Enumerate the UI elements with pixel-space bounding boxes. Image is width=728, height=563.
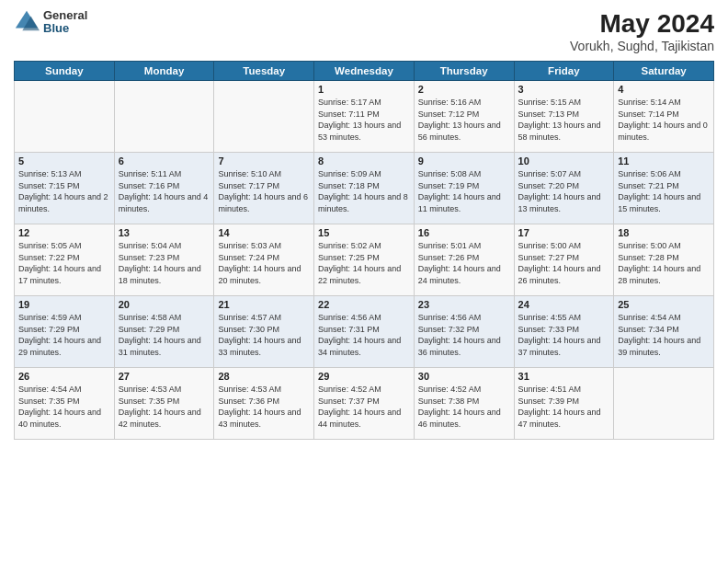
cell-content: Sunrise: 4:59 AMSunset: 7:29 PMDaylight:… xyxy=(18,312,110,358)
cell-content: Sunrise: 4:53 AMSunset: 7:36 PMDaylight:… xyxy=(218,384,310,430)
calendar-cell: 1Sunrise: 5:17 AMSunset: 7:11 PMDaylight… xyxy=(314,81,415,153)
cell-content: Sunrise: 4:55 AMSunset: 7:33 PMDaylight:… xyxy=(518,312,610,358)
day-number: 4 xyxy=(618,84,710,95)
cell-line: Sunrise: 5:16 AM xyxy=(418,98,482,107)
calendar-cell: 29Sunrise: 4:52 AMSunset: 7:37 PMDayligh… xyxy=(314,368,415,440)
day-number: 23 xyxy=(418,299,510,310)
cell-line: Daylight: 14 hours and 31 minutes. xyxy=(119,336,201,357)
cell-line: Sunrise: 4:52 AM xyxy=(318,385,381,394)
cell-line: Sunrise: 5:08 AM xyxy=(418,169,482,178)
calendar-cell: 9Sunrise: 5:08 AMSunset: 7:19 PMDaylight… xyxy=(414,153,514,224)
cell-line: Sunset: 7:29 PM xyxy=(18,325,80,334)
calendar-cell: 21Sunrise: 4:57 AMSunset: 7:30 PMDayligh… xyxy=(214,296,314,368)
cell-content: Sunrise: 5:02 AMSunset: 7:25 PMDaylight:… xyxy=(318,240,410,286)
cell-line: Sunset: 7:32 PM xyxy=(418,325,480,334)
calendar-cell: 3Sunrise: 5:15 AMSunset: 7:13 PMDaylight… xyxy=(514,81,614,153)
cell-content: Sunrise: 4:51 AMSunset: 7:39 PMDaylight:… xyxy=(518,384,610,430)
cell-line: Sunrise: 5:15 AM xyxy=(518,98,582,107)
day-header-friday: Friday xyxy=(514,62,614,81)
cell-line: Sunrise: 5:11 AM xyxy=(119,169,182,178)
cell-line: Sunrise: 4:57 AM xyxy=(218,313,281,322)
cell-content: Sunrise: 4:54 AMSunset: 7:34 PMDaylight:… xyxy=(618,312,710,358)
day-number: 17 xyxy=(518,227,610,238)
calendar-cell xyxy=(114,81,214,153)
calendar-cell xyxy=(214,81,314,153)
day-number: 28 xyxy=(218,371,310,382)
cell-line: Sunset: 7:19 PM xyxy=(418,181,480,190)
day-number: 11 xyxy=(618,155,710,167)
cell-content: Sunrise: 4:56 AMSunset: 7:31 PMDaylight:… xyxy=(318,312,410,358)
cell-line: Sunrise: 4:56 AM xyxy=(418,313,482,322)
cell-line: Sunset: 7:17 PM xyxy=(218,181,279,190)
calendar-cell: 6Sunrise: 5:11 AMSunset: 7:16 PMDaylight… xyxy=(114,153,214,224)
cell-content: Sunrise: 5:14 AMSunset: 7:14 PMDaylight:… xyxy=(618,97,710,143)
calendar-cell: 15Sunrise: 5:02 AMSunset: 7:25 PMDayligh… xyxy=(314,224,415,296)
cell-line: Sunset: 7:35 PM xyxy=(119,396,180,406)
logo-icon xyxy=(14,9,40,35)
day-number: 20 xyxy=(119,299,210,310)
cell-content: Sunrise: 5:03 AMSunset: 7:24 PMDaylight:… xyxy=(218,240,310,286)
cell-line: Sunset: 7:31 PM xyxy=(318,325,380,334)
cell-line: Sunset: 7:38 PM xyxy=(418,396,480,406)
cell-content: Sunrise: 5:07 AMSunset: 7:20 PMDaylight:… xyxy=(518,168,610,214)
day-number: 15 xyxy=(318,227,410,238)
cell-content: Sunrise: 4:53 AMSunset: 7:35 PMDaylight:… xyxy=(119,384,210,430)
cell-content: Sunrise: 5:01 AMSunset: 7:26 PMDaylight:… xyxy=(418,240,510,286)
day-header-tuesday: Tuesday xyxy=(214,62,314,81)
cell-line: Daylight: 14 hours and 29 minutes. xyxy=(18,336,101,357)
cell-content: Sunrise: 5:00 AMSunset: 7:27 PMDaylight:… xyxy=(518,240,610,286)
cell-line: Daylight: 13 hours and 53 minutes. xyxy=(318,121,401,142)
cell-line: Daylight: 14 hours and 36 minutes. xyxy=(418,336,501,357)
cell-line: Daylight: 14 hours and 0 minutes. xyxy=(618,121,708,142)
cell-content: Sunrise: 5:10 AMSunset: 7:17 PMDaylight:… xyxy=(218,168,310,214)
logo-blue-text: Blue xyxy=(43,22,87,35)
cell-line: Daylight: 14 hours and 17 minutes. xyxy=(18,264,101,285)
cell-content: Sunrise: 5:11 AMSunset: 7:16 PMDaylight:… xyxy=(119,168,210,214)
cell-content: Sunrise: 5:17 AMSunset: 7:11 PMDaylight:… xyxy=(318,97,410,143)
cell-line: Daylight: 14 hours and 15 minutes. xyxy=(618,192,700,213)
calendar-cell: 7Sunrise: 5:10 AMSunset: 7:17 PMDaylight… xyxy=(214,153,314,224)
cell-line: Sunset: 7:14 PM xyxy=(618,109,679,119)
calendar-cell: 2Sunrise: 5:16 AMSunset: 7:12 PMDaylight… xyxy=(414,81,514,153)
cell-line: Daylight: 14 hours and 42 minutes. xyxy=(119,408,201,429)
calendar-cell: 14Sunrise: 5:03 AMSunset: 7:24 PMDayligh… xyxy=(214,224,314,296)
cell-line: Sunrise: 5:13 AM xyxy=(18,169,82,178)
cell-line: Sunset: 7:16 PM xyxy=(119,181,180,190)
cell-line: Sunrise: 4:54 AM xyxy=(18,385,82,394)
day-header-monday: Monday xyxy=(114,62,214,81)
calendar-cell: 26Sunrise: 4:54 AMSunset: 7:35 PMDayligh… xyxy=(15,368,115,440)
cell-line: Daylight: 13 hours and 58 minutes. xyxy=(518,121,601,142)
cell-line: Daylight: 14 hours and 28 minutes. xyxy=(618,264,700,285)
cell-line: Sunrise: 4:52 AM xyxy=(418,385,482,394)
cell-line: Sunset: 7:33 PM xyxy=(518,325,580,334)
calendar-cell: 20Sunrise: 4:58 AMSunset: 7:29 PMDayligh… xyxy=(114,296,214,368)
cell-line: Daylight: 14 hours and 37 minutes. xyxy=(518,336,601,357)
cell-line: Sunrise: 5:14 AM xyxy=(618,98,681,107)
cell-line: Sunset: 7:13 PM xyxy=(518,109,580,119)
cell-line: Sunrise: 5:01 AM xyxy=(418,241,482,250)
day-number: 25 xyxy=(618,299,710,310)
cell-line: Sunrise: 4:53 AM xyxy=(218,385,281,394)
day-number: 24 xyxy=(518,299,610,310)
cell-line: Sunset: 7:29 PM xyxy=(119,325,180,334)
calendar-cell xyxy=(15,81,115,153)
day-header-sunday: Sunday xyxy=(15,62,115,81)
day-number: 2 xyxy=(418,84,510,95)
calendar-cell: 11Sunrise: 5:06 AMSunset: 7:21 PMDayligh… xyxy=(614,153,714,224)
cell-line: Sunset: 7:22 PM xyxy=(18,253,80,262)
day-header-saturday: Saturday xyxy=(614,62,714,81)
cell-line: Daylight: 14 hours and 40 minutes. xyxy=(18,408,101,429)
day-number: 7 xyxy=(218,155,310,167)
cell-line: Sunset: 7:39 PM xyxy=(518,396,580,406)
cell-line: Daylight: 13 hours and 56 minutes. xyxy=(418,121,501,142)
cell-line: Sunrise: 4:51 AM xyxy=(518,385,582,394)
day-number: 14 xyxy=(218,227,310,238)
cell-line: Sunset: 7:12 PM xyxy=(418,109,480,119)
cell-line: Sunrise: 5:17 AM xyxy=(318,98,381,107)
day-number: 1 xyxy=(318,84,410,95)
day-number: 12 xyxy=(18,227,110,238)
week-row-3: 12Sunrise: 5:05 AMSunset: 7:22 PMDayligh… xyxy=(15,224,714,296)
cell-line: Daylight: 14 hours and 18 minutes. xyxy=(119,264,201,285)
cell-content: Sunrise: 4:56 AMSunset: 7:32 PMDaylight:… xyxy=(418,312,510,358)
day-number: 26 xyxy=(18,371,110,382)
